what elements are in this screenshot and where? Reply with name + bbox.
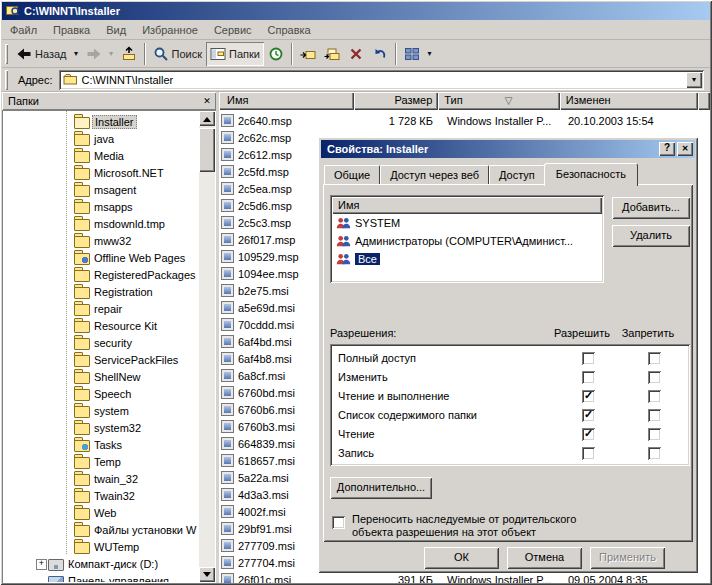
- tree-item[interactable]: Microsoft.NET: [3, 164, 199, 181]
- tree-item[interactable]: Speech: [3, 385, 199, 402]
- undo-button[interactable]: [368, 42, 392, 66]
- history-button[interactable]: [264, 42, 288, 66]
- tree-item[interactable]: ShellNew: [3, 368, 199, 385]
- tree-expander[interactable]: [61, 147, 73, 164]
- tree-expander[interactable]: [61, 436, 73, 453]
- name-item[interactable]: Администраторы (COMPUTER\Админист...: [332, 232, 602, 250]
- tree-expander[interactable]: [61, 164, 73, 181]
- dialog-tab[interactable]: Безопасность: [544, 163, 638, 186]
- menu-item[interactable]: Сервис: [206, 22, 260, 38]
- menu-item[interactable]: Файл: [2, 22, 45, 38]
- tree-item[interactable]: mww32: [3, 232, 199, 249]
- inherit-checkbox[interactable]: [332, 516, 345, 529]
- column-header-size[interactable]: Размер: [354, 92, 438, 110]
- tree-expander[interactable]: [61, 453, 73, 470]
- tree-expander[interactable]: [61, 266, 73, 283]
- menu-item[interactable]: Справка: [260, 22, 319, 38]
- tree-expander[interactable]: [61, 538, 73, 555]
- cancel-button[interactable]: Отмена: [507, 547, 582, 569]
- deny-checkbox[interactable]: [648, 409, 661, 422]
- tree-expander[interactable]: [61, 198, 73, 215]
- tree-item[interactable]: java: [3, 130, 199, 147]
- tree-item[interactable]: twain_32: [3, 470, 199, 487]
- tree-expander[interactable]: [35, 555, 47, 572]
- copy-to-button[interactable]: [320, 42, 344, 66]
- tree-expander[interactable]: [61, 504, 73, 521]
- tree-item[interactable]: system32: [3, 419, 199, 436]
- search-button[interactable]: Поиск: [149, 42, 206, 66]
- dialog-titlebar[interactable]: Свойства: Installer ? ✕: [321, 140, 695, 158]
- dialog-close-button[interactable]: ✕: [677, 142, 693, 156]
- address-dropdown-button[interactable]: ▾: [686, 72, 702, 88]
- tree-expander[interactable]: [61, 487, 73, 504]
- column-header-modified[interactable]: Изменен: [560, 92, 698, 110]
- tree-expander[interactable]: [61, 521, 73, 538]
- add-button[interactable]: Добавить...: [612, 197, 690, 219]
- tree-expander[interactable]: [61, 317, 73, 334]
- tree-expander[interactable]: [35, 572, 47, 582]
- tree-item[interactable]: Offline Web Pages: [3, 249, 199, 266]
- tree-item[interactable]: system: [3, 402, 199, 419]
- deny-checkbox[interactable]: [648, 447, 661, 460]
- move-to-button[interactable]: [296, 42, 320, 66]
- allow-checkbox[interactable]: [582, 390, 595, 403]
- deny-checkbox[interactable]: [648, 390, 661, 403]
- tree-item[interactable]: WUTemp: [3, 538, 199, 555]
- name-item[interactable]: Все: [332, 250, 602, 268]
- window-titlebar[interactable]: C:\WINNT\Installer: [2, 2, 710, 20]
- name-item[interactable]: SYSTEM: [332, 214, 602, 232]
- column-header-name[interactable]: Имя: [219, 92, 354, 110]
- tree-item[interactable]: msdownld.tmp: [3, 215, 199, 232]
- tree-item[interactable]: Resource Kit: [3, 317, 199, 334]
- tree-item[interactable]: Registration: [3, 283, 199, 300]
- tree-expander[interactable]: [61, 181, 73, 198]
- tree-item[interactable]: ServicePackFiles: [3, 351, 199, 368]
- folders-button[interactable]: Папки: [206, 42, 264, 66]
- tree-expander[interactable]: [61, 283, 73, 300]
- file-row[interactable]: 2c640.msp 1 728 КБ Windows Installer P..…: [219, 112, 710, 129]
- tree-expander[interactable]: [61, 419, 73, 436]
- allow-checkbox[interactable]: [582, 428, 595, 441]
- tree-item[interactable]: msapps: [3, 198, 199, 215]
- tree-expander[interactable]: [61, 351, 73, 368]
- addressbar-grip[interactable]: [5, 70, 8, 90]
- scroll-thumb[interactable]: [199, 128, 215, 172]
- forward-dropdown-button[interactable]: ▾: [106, 42, 117, 66]
- menu-item[interactable]: Правка: [45, 22, 98, 38]
- allow-checkbox[interactable]: [582, 371, 595, 384]
- close-folders-button[interactable]: ✕: [200, 95, 214, 108]
- allow-checkbox[interactable]: [582, 447, 595, 460]
- tree-expander[interactable]: [61, 249, 73, 266]
- scroll-down-button[interactable]: [199, 567, 215, 582]
- tree-expander[interactable]: [61, 215, 73, 232]
- views-button[interactable]: [400, 42, 424, 66]
- advanced-button[interactable]: Дополнительно...: [330, 477, 432, 499]
- tree-expander[interactable]: [61, 470, 73, 487]
- tree-item[interactable]: Web: [3, 504, 199, 521]
- tree-item[interactable]: msagent: [3, 181, 199, 198]
- allow-checkbox[interactable]: [582, 352, 595, 365]
- tree-expander[interactable]: [61, 130, 73, 147]
- dialog-tab[interactable]: Общие: [324, 165, 380, 184]
- allow-checkbox[interactable]: [582, 409, 595, 422]
- tree-expander[interactable]: [61, 113, 73, 130]
- tree-item[interactable]: Twain32: [3, 487, 199, 504]
- dialog-help-button[interactable]: ?: [659, 142, 675, 156]
- tree-item[interactable]: Файлы установки W: [3, 521, 199, 538]
- remove-button[interactable]: Удалить: [612, 225, 690, 247]
- back-dropdown-button[interactable]: ▾: [71, 42, 82, 66]
- tree-item[interactable]: repair: [3, 300, 199, 317]
- views-dropdown-button[interactable]: ▾: [424, 42, 435, 66]
- toolbar-grip[interactable]: [5, 44, 8, 64]
- menu-item[interactable]: Вид: [98, 22, 134, 38]
- tree-item[interactable]: Компакт-диск (D:): [3, 555, 199, 572]
- dialog-tab[interactable]: Доступ: [489, 165, 545, 184]
- menu-item[interactable]: Избранное: [134, 22, 206, 38]
- deny-checkbox[interactable]: [648, 371, 661, 384]
- tree-expander[interactable]: [61, 385, 73, 402]
- tree-expander[interactable]: [61, 368, 73, 385]
- ok-button[interactable]: ОК: [424, 547, 499, 569]
- back-button[interactable]: Назад: [12, 42, 71, 66]
- tree-item[interactable]: security: [3, 334, 199, 351]
- dialog-tab[interactable]: Доступ через веб: [380, 165, 489, 184]
